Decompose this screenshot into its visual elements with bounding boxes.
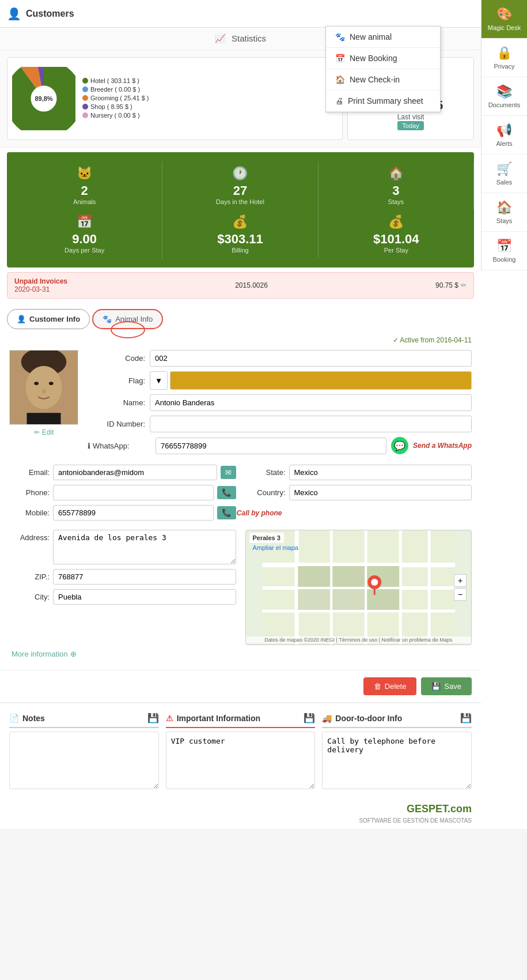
unpaid-amount: 90.75 $ ✏ (435, 281, 467, 289)
notes-textarea[interactable] (9, 732, 159, 789)
state-input[interactable] (289, 465, 472, 480)
phone-input[interactable] (53, 485, 214, 500)
code-input[interactable] (150, 350, 472, 367)
whatsapp-label: ℹ WhatsApp: (88, 442, 151, 450)
stays-label: Stays (388, 198, 404, 205)
stays-icon: 🏠 (496, 200, 512, 215)
main-content: 📈 Statistics (0, 28, 481, 829)
active-status: ✓ Active from 2016-04-11 (9, 336, 472, 344)
id-row: ID Number: (88, 416, 472, 432)
dropdown-new-checkin[interactable]: 🏠 New Check-in (326, 69, 440, 91)
stat-billing: 💰 $303.11 Billing (162, 210, 318, 258)
call-by-phone-label: Call by phone (237, 509, 282, 517)
customer-tab-icon: 👤 (17, 315, 26, 323)
address-fields: Address: Avenida de los perales 3 ZIP.: … (9, 530, 236, 645)
animals-label: Animals (73, 198, 96, 205)
door-save-btn[interactable]: 💾 (460, 713, 472, 723)
name-row: Name: (88, 394, 472, 411)
notes-icon: 📄 (9, 714, 19, 723)
map-link[interactable]: Ampliar el mapa (249, 543, 302, 552)
booking-icon: 📅 (496, 239, 512, 254)
save-button[interactable]: 💾 Save (421, 677, 472, 695)
city-row: City: (9, 589, 236, 605)
sidebar-item-alerts[interactable]: 📢 Alerts (481, 116, 527, 154)
unpaid-title: Unpaid Invoices (14, 277, 67, 285)
phone-row: Phone: 📞 (9, 485, 236, 500)
city-input[interactable] (53, 589, 236, 605)
door-section: 🚚 Door-to-door Info 💾 Call by telephone … (322, 713, 472, 789)
important-header: ⚠ Important Information 💾 (166, 713, 316, 728)
delete-button[interactable]: 🗑 Delete (363, 677, 417, 695)
sidebar-item-documents[interactable]: 📚 Documents (481, 77, 527, 116)
whatsapp-row: ℹ WhatsApp: 💬 Send a WhatsApp (88, 437, 472, 454)
photo-section: ✏ Edit (9, 350, 78, 459)
important-save-btn[interactable]: 💾 (304, 713, 315, 723)
mobile-call-btn[interactable]: 📞 (217, 506, 236, 519)
whatsapp-send-btn[interactable]: 💬 (391, 437, 408, 454)
edit-photo-link[interactable]: ✏ Edit (34, 428, 54, 436)
sidebar-item-stays[interactable]: 🏠 Stays (481, 193, 527, 232)
important-textarea[interactable]: VIP customer (166, 732, 316, 789)
stays-label: Stays (496, 217, 513, 224)
tab-animal-info[interactable]: 🐾 Animal Info (92, 309, 163, 329)
stat-animals: 🐱 2 Animals (7, 161, 162, 210)
unpaid-left: Unpaid Invoices 2020-03-31 (14, 277, 67, 293)
email-input[interactable] (53, 465, 217, 480)
sidebar-item-magic-desk[interactable]: 🎨 Magic Desk (481, 0, 527, 39)
email-send-btn[interactable]: ✉ (221, 466, 236, 479)
sidebar-item-privacy[interactable]: 🔒 Privacy (481, 39, 527, 77)
state-label: State: (245, 468, 286, 477)
unpaid-edit-icon[interactable]: ✏ (461, 281, 467, 289)
flag-dropdown-btn[interactable]: ▼ (150, 371, 168, 390)
unpaid-amount-value: 90.75 $ (435, 281, 458, 289)
customer-tabs: 👤 Customer Info 🐾 Animal Info (0, 303, 481, 329)
stat-days-stay: 📅 9.00 Days per Stay (7, 210, 162, 258)
zoom-out-btn[interactable]: − (454, 588, 467, 601)
more-info-link[interactable]: More information ⊕ (12, 650, 469, 658)
map-address-label: Perales 3 (249, 533, 284, 543)
id-input[interactable] (150, 416, 472, 432)
flag-wrapper: ▼ (150, 371, 472, 390)
days-stay-value: 9.00 (72, 232, 97, 247)
door-textarea[interactable]: Call by telephone before delivery (322, 732, 472, 789)
door-header: 🚚 Door-to-door Info 💾 (322, 713, 472, 728)
zip-label: ZIP.: (9, 572, 50, 581)
privacy-icon: 🔒 (496, 46, 512, 61)
notes-save-btn[interactable]: 💾 (147, 713, 159, 723)
zip-input[interactable] (53, 569, 236, 585)
code-label: Code: (88, 354, 145, 363)
unpaid-number: 2015.0026 (235, 281, 268, 289)
dropdown-new-animal[interactable]: 🐾 New animal (326, 27, 440, 48)
country-input[interactable] (289, 485, 472, 500)
zoom-in-btn[interactable]: + (454, 574, 467, 587)
mobile-row: Mobile: 📞 Call by phone (9, 505, 236, 521)
svg-rect-27 (367, 589, 399, 610)
svg-point-11 (42, 389, 46, 394)
days-hotel-icon: 🕐 (232, 166, 248, 181)
address-input[interactable]: Avenida de los perales 3 (53, 530, 236, 564)
more-info-label: More information (12, 650, 68, 658)
svg-point-10 (49, 382, 54, 385)
sidebar-item-booking[interactable]: 📅 Booking (481, 232, 527, 270)
sidebar-item-sales[interactable]: 🛒 Sales (481, 154, 527, 193)
name-label: Name: (88, 398, 145, 407)
documents-icon: 📚 (496, 84, 512, 99)
whatsapp-input[interactable] (156, 438, 386, 454)
map-section[interactable]: Perales 3 Ampliar el mapa Datos de mapas… (245, 530, 472, 645)
name-input[interactable] (150, 394, 472, 411)
tab-customer-info[interactable]: 👤 Customer Info (7, 309, 90, 329)
email-row: Email: ✉ (9, 465, 236, 480)
important-section: ⚠ Important Information 💾 VIP customer (166, 713, 316, 789)
dropdown-new-booking[interactable]: 📅 New Booking (326, 48, 440, 69)
mobile-input[interactable] (53, 505, 214, 521)
map-zoom-controls: + − (454, 574, 467, 601)
dropdown-print-summary[interactable]: 🖨 Print Summary sheet (326, 91, 440, 112)
svg-point-8 (26, 366, 62, 409)
sales-icon: 🛒 (496, 161, 512, 176)
svg-point-29 (371, 579, 378, 586)
door-title: 🚚 Door-to-door Info (322, 714, 402, 723)
days-stay-label: Days per Stay (65, 247, 104, 254)
map-attribution: Datos de mapas ©2020 INEGI | Términos de… (246, 636, 472, 643)
phone-call-btn[interactable]: 📞 (217, 486, 236, 499)
billing-stat-icon: 💰 (232, 214, 248, 229)
